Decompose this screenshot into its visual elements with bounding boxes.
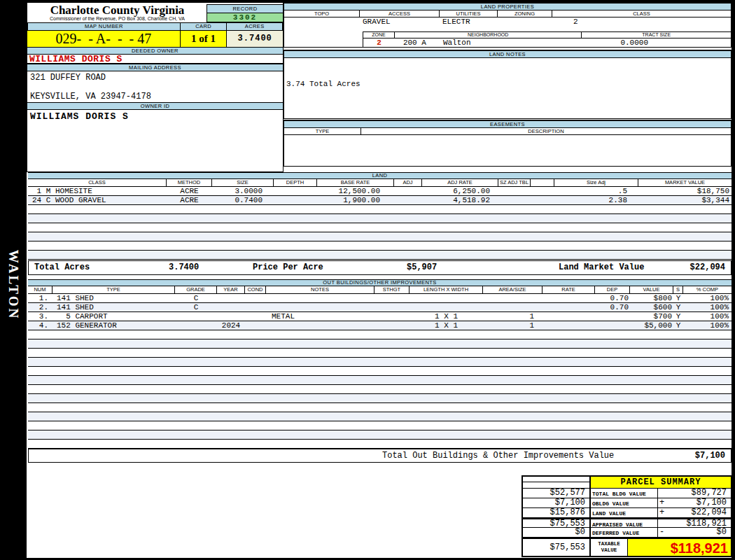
col-base-rate: BASE RATE [317,179,394,186]
land-table-headers: CLASS METHOD SIZE DEPTH BASE RATE ADJ AD… [28,179,732,187]
out-building-row: 1.141 SHEDC0.70$800Y100% [28,294,732,303]
cell-dep: 0.70 [595,294,630,302]
out-building-row: 3. 5 CARPORTMETAL1 X 11$700Y100% [28,312,732,321]
empty-row [28,403,732,412]
card-value: 1 of 1 [181,31,227,48]
cell-grade [175,312,217,321]
summary-row-total-bldg: $52,577 TOTAL BLDG VALUE $89,727 [523,489,731,498]
empty-row [28,412,732,421]
acres-label: ACRES [227,22,283,31]
zoning-header: ZONING [498,10,552,17]
parcel-id-card: Charlotte County Virginia Commissioner o… [27,2,284,172]
cell-value: $600 [630,303,673,312]
out-building-row: 2.141 SHEDC0.70$600Y100% [28,303,732,312]
cell-s: Y [673,303,683,312]
cell-value: $5,000 [630,321,673,330]
col-sz-adj-tbl: SZ ADJ TBL [498,179,531,186]
summary-row-land: $15,876 LAND VALUE +$22,094 [523,508,731,518]
summary-sign: + [658,498,665,507]
land-row: 24 C WOOD GRAVELACRE0.74001,900.004,518.… [28,196,732,205]
cell-notes: METAL [266,312,374,321]
col-year: YEAR [217,286,245,293]
land-properties-values: GRAVEL ELECTR 2 [284,18,731,27]
utilities-value: ELECTR [440,18,498,27]
summary-label: APPRAISED VALUE [591,519,657,527]
summary-value: $7,100 [665,498,729,507]
summary-row-deferred: $0 DEFERRED VALUE -$0 [523,528,731,538]
summary-label: OBLDG VALUE [591,498,657,507]
col-blank [531,179,554,186]
col-class: CLASS [28,179,167,186]
land-notes-panel: LAND NOTES 3.74 Total Acres [284,50,732,119]
cell-sthgt [374,321,410,330]
owner-id-label: OWNER ID [27,102,283,110]
land-properties-panel: LAND PROPERTIES TOPO ACCESS UTILITIES ZO… [284,2,732,48]
cell-year [217,303,245,312]
out-buildings-total-bar: Total Out Buildings & Other Improvements… [28,449,732,463]
record-label: RECORD [207,5,283,13]
cell-grade: C [175,303,217,312]
cell-rate [542,312,595,321]
zone-header: ZONE [363,32,395,38]
col-dep: DEP [595,286,630,293]
cell-rate [542,321,595,330]
cell-size-adj: .5 [554,187,638,195]
cell-cond [245,294,266,302]
summary-value: $0 [665,528,729,537]
land-notes-text: 3.74 Total Acres [286,80,360,88]
cell-dep [595,321,630,330]
cell-notes [266,294,374,302]
parcel-summary: PARCEL SUMMARY $52,577 TOTAL BLDG VALUE … [522,475,732,557]
tract-size-header: TRACT SIZE [582,32,731,38]
price-per-acre-value: $5,907 [407,261,437,274]
summary-sign: - [658,528,665,537]
empty-row [28,394,732,403]
cell-sthgt [374,312,410,321]
access-header: ACCESS [360,10,440,17]
empty-row [28,421,732,430]
empty-row [28,205,732,214]
total-acres-label: Total Acres [34,261,90,274]
zone-value: 2 [363,38,395,48]
cell-sz-adj-tbl [498,196,531,204]
col-s: S [673,286,683,293]
taxable-value-label: TAXABLE VALUE [591,539,627,556]
cell-adj-rate: 6,250.00 [422,187,498,195]
empty-row [28,232,732,241]
zone-values: 2 200 AWalton 0.0000 [363,38,731,48]
acres-value: 3.7400 [227,31,283,48]
property-record-card: WALTON Charlotte County Virginia Commiss… [0,0,735,560]
empty-row [28,367,732,376]
cell-num: 4. [28,321,52,330]
cell-area-size [483,294,542,302]
empty-row [28,330,732,340]
price-per-acre-label: Price Per Acre [253,261,323,274]
cell-area-size: 1 [483,312,542,321]
easement-description-header: DESCRIPTION [361,128,731,134]
neighborhood-name: Walton [443,38,471,47]
cell-num: 1. [28,294,52,302]
cell-s: Y [673,321,683,330]
cell-dep [595,312,630,321]
out-buildings-total-label: Total Out Buildings & Other Improvements… [382,449,614,462]
cell-base-rate: 1,900.00 [317,196,394,204]
cell-cond [245,312,266,321]
col-value: VALUE [630,286,673,293]
cell-blank [531,196,554,204]
card-label: CARD [181,22,227,31]
cell-market-value: $18,750 [638,187,732,195]
cell-num: 2. [28,303,52,312]
cell-rate [542,294,595,302]
cell-notes [266,321,374,330]
col-sthgt: STHGT [374,286,410,293]
summary-sign: + [658,508,665,517]
summary-label: LAND VALUE [591,508,657,517]
cell-depth [274,196,317,204]
cell-s: Y [673,294,683,302]
empty-row [28,223,732,232]
cell-grade [175,321,217,330]
land-notes-title: LAND NOTES [284,50,731,58]
land-totals-bar: Total Acres 3.7400 Price Per Acre $5,907… [28,260,732,275]
land-table-title: LAND [28,172,732,179]
empty-row [28,430,732,440]
